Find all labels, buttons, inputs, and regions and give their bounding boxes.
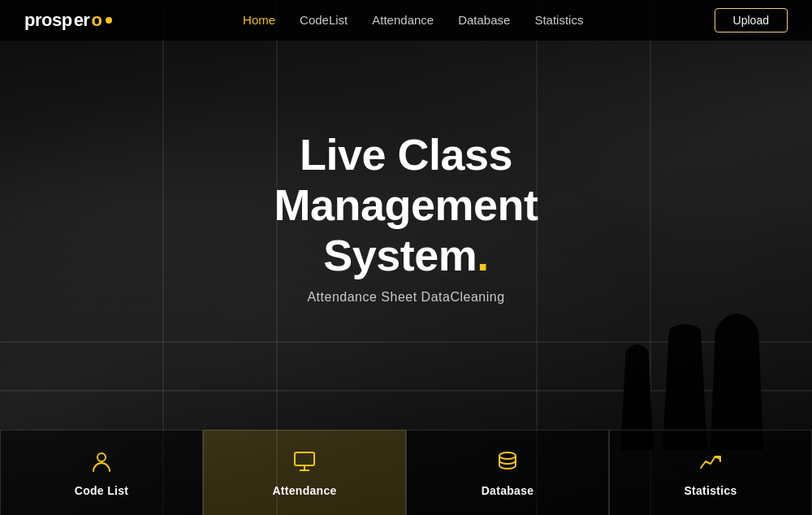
card-statistics-label: Statistics bbox=[684, 484, 736, 497]
upload-button[interactable]: Upload bbox=[715, 8, 788, 32]
database-svg bbox=[495, 448, 520, 474]
nav-links: Home CodeList Attendance Database Statis… bbox=[243, 13, 583, 28]
nav-link-database[interactable]: Database bbox=[458, 13, 510, 27]
svg-rect-1 bbox=[295, 452, 314, 465]
nav-link-attendance[interactable]: Attendance bbox=[372, 13, 434, 27]
person-icon bbox=[89, 448, 114, 478]
hero-title-line3: System bbox=[323, 231, 477, 279]
nav-link-codelist[interactable]: CodeList bbox=[300, 13, 348, 27]
nav-item-attendance[interactable]: Attendance bbox=[372, 13, 434, 28]
hero-title: Live Class Management System. bbox=[274, 129, 538, 280]
monitor-icon bbox=[292, 448, 317, 478]
hero-subtitle: Attendance Sheet DataCleaning bbox=[274, 290, 538, 305]
card-attendance[interactable]: Attendance bbox=[203, 430, 406, 515]
monitor-svg bbox=[292, 448, 317, 474]
nav-item-statistics[interactable]: Statistics bbox=[534, 13, 583, 28]
logo: prosp er o bbox=[24, 10, 112, 31]
card-statistics[interactable]: Statistics bbox=[609, 430, 812, 515]
card-attendance-label: Attendance bbox=[272, 484, 336, 497]
card-codelist-label: Code List bbox=[75, 484, 128, 497]
logo-dot-icon bbox=[106, 17, 112, 24]
hero-title-line2: Management bbox=[274, 180, 538, 229]
nav-item-home[interactable]: Home bbox=[243, 13, 275, 28]
card-codelist[interactable]: Code List bbox=[0, 430, 203, 515]
navbar: prosp er o Home CodeList Attendance Data… bbox=[0, 0, 812, 41]
svg-point-4 bbox=[499, 452, 516, 459]
logo-o-char: o bbox=[91, 10, 102, 31]
card-database[interactable]: Database bbox=[406, 430, 609, 515]
chart-icon bbox=[698, 448, 723, 478]
logo-text: prosp bbox=[24, 10, 72, 31]
nav-link-home[interactable]: Home bbox=[243, 13, 275, 27]
hero-title-dot: . bbox=[477, 231, 489, 279]
bottom-cards: Code List Attendance Datab bbox=[0, 430, 812, 515]
hero-content: Live Class Management System. Attendance… bbox=[274, 129, 538, 386]
card-database-label: Database bbox=[482, 484, 534, 497]
hero-title-line1: Live Class bbox=[300, 130, 512, 179]
logo-er: er bbox=[74, 10, 90, 31]
nav-link-statistics[interactable]: Statistics bbox=[534, 13, 583, 27]
nav-item-codelist[interactable]: CodeList bbox=[300, 13, 348, 28]
chart-svg bbox=[698, 448, 723, 474]
person-svg bbox=[89, 448, 114, 474]
svg-point-0 bbox=[97, 453, 106, 461]
database-icon bbox=[495, 448, 520, 478]
hero-section: Live Class Management System. Attendance… bbox=[0, 0, 812, 515]
nav-item-database[interactable]: Database bbox=[458, 13, 510, 28]
